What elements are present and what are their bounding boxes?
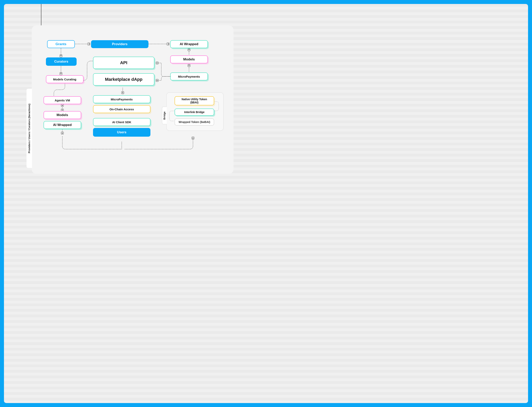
svg-rect-4 (60, 72, 62, 75)
label: Grants (56, 42, 67, 46)
label: MicroPayments (178, 75, 200, 78)
svg-rect-3 (60, 55, 62, 57)
label: Models Curating (53, 78, 76, 81)
node-marketplace: Marketplace dApp (93, 73, 154, 86)
diagram-canvas: Providers / Users / Curators (Iteraction… (4, 4, 528, 403)
label: Wrapped Token ($wBAI) (179, 120, 210, 124)
node-native-token: Native Utility Token ($BAI) (175, 96, 214, 105)
svg-rect-13 (122, 92, 124, 94)
label: AI Wrapped (180, 42, 198, 46)
label: AI Wrapped (53, 123, 72, 127)
node-users: Users (93, 128, 150, 137)
side-tab: Providers / Users / Curators (Iteraction… (27, 89, 32, 168)
label: AI Client SDK (112, 120, 131, 124)
node-models-left: Models (44, 111, 81, 119)
node-models-top: Models (170, 55, 208, 63)
svg-rect-14 (192, 137, 194, 139)
node-ai-client-sdk: AI Client SDK (93, 118, 150, 126)
label: Models (183, 57, 195, 61)
label: Providers (112, 42, 128, 46)
bridge-tab: Bridge (162, 107, 167, 124)
bridge-box: Bridge Native Utility Token ($BAI) Inter… (166, 92, 224, 131)
node-onchain-access: On-Chain Access (93, 105, 150, 113)
svg-rect-7 (188, 64, 190, 67)
node-providers: Providers (91, 40, 148, 48)
label: API (120, 60, 128, 65)
node-api: API (93, 57, 154, 69)
node-curators: Curators (46, 57, 76, 66)
node-micropayments-right: MicroPayments (170, 72, 208, 80)
svg-rect-9 (156, 79, 158, 82)
label: Marketplace dApp (105, 77, 143, 82)
node-models-curating: Models Curating (46, 75, 84, 83)
svg-rect-12 (61, 132, 63, 134)
label: Curators (54, 60, 68, 63)
diagram-panel: Providers / Users / Curators (Iteraction… (32, 25, 234, 174)
svg-rect-10 (61, 104, 63, 107)
label: Interlink Bridge (184, 110, 205, 114)
node-ai-wrapped-left: AI Wrapped (44, 121, 81, 129)
label: MicroPayments (111, 98, 133, 101)
label: Models (57, 113, 68, 117)
side-tab-label: Providers / Users / Curators (Iteraction… (28, 104, 31, 153)
svg-rect-2 (88, 43, 90, 45)
svg-rect-5 (167, 43, 169, 45)
node-wrapped-token: Wrapped Token ($wBAI) (175, 118, 214, 125)
label: Native Utility Token ($BAI) (177, 98, 211, 104)
node-micropayments-center: MicroPayments (93, 95, 150, 103)
node-ai-wrapped-top: AI Wrapped (170, 40, 208, 48)
label: Agents VM (55, 99, 70, 102)
node-interlink-bridge: Interlink Bridge (175, 109, 214, 116)
node-grants: Grants (47, 40, 75, 48)
label: Users (117, 130, 126, 134)
node-agents-vm: Agents VM (44, 96, 81, 104)
svg-rect-6 (188, 48, 190, 51)
label: Bridge (163, 111, 166, 119)
svg-rect-8 (156, 62, 158, 64)
label: On-Chain Access (109, 108, 134, 111)
